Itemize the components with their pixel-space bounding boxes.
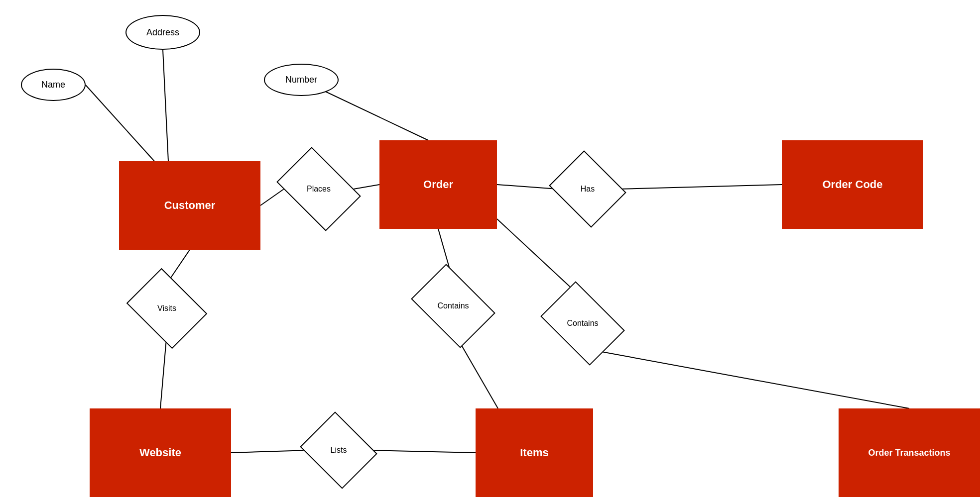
customer-label: Customer: [164, 199, 216, 212]
svg-line-8: [160, 333, 167, 408]
order-entity: Order: [379, 140, 497, 229]
number-ellipse: Number: [264, 64, 339, 96]
contains2-diamond: Contains: [548, 299, 617, 348]
name-ellipse: Name: [21, 69, 86, 101]
svg-line-14: [583, 348, 909, 408]
lists-label: Lists: [331, 446, 347, 455]
svg-line-10: [368, 450, 476, 453]
svg-line-1: [86, 85, 154, 161]
items-label: Items: [520, 446, 548, 459]
er-diagram: Address Name Number Customer Order Order…: [0, 0, 980, 498]
visits-diamond: Visits: [134, 284, 199, 333]
svg-line-0: [163, 50, 168, 161]
name-label: Name: [41, 80, 65, 90]
has-label: Has: [581, 185, 595, 194]
contains1-label: Contains: [437, 301, 469, 310]
customer-entity: Customer: [119, 161, 260, 250]
order-label: Order: [423, 178, 453, 191]
lists-diamond: Lists: [309, 425, 368, 475]
order-code-entity: Order Code: [782, 140, 923, 229]
places-label: Places: [307, 185, 331, 194]
svg-line-6: [617, 185, 782, 189]
order-transactions-entity: Order Transactions: [839, 408, 980, 497]
contains1-diamond: Contains: [418, 281, 488, 331]
address-label: Address: [146, 27, 179, 38]
number-label: Number: [285, 75, 317, 85]
places-diamond: Places: [284, 164, 354, 214]
order-code-label: Order Code: [822, 178, 882, 191]
website-label: Website: [139, 446, 181, 459]
order-transactions-label: Order Transactions: [868, 448, 950, 458]
has-diamond: Has: [558, 164, 617, 214]
visits-label: Visits: [157, 304, 176, 313]
svg-line-3: [260, 189, 284, 205]
svg-line-4: [354, 185, 379, 189]
address-ellipse: Address: [125, 15, 200, 50]
items-entity: Items: [476, 408, 593, 497]
svg-line-9: [231, 450, 309, 453]
contains2-label: Contains: [567, 319, 598, 328]
website-entity: Website: [90, 408, 231, 497]
